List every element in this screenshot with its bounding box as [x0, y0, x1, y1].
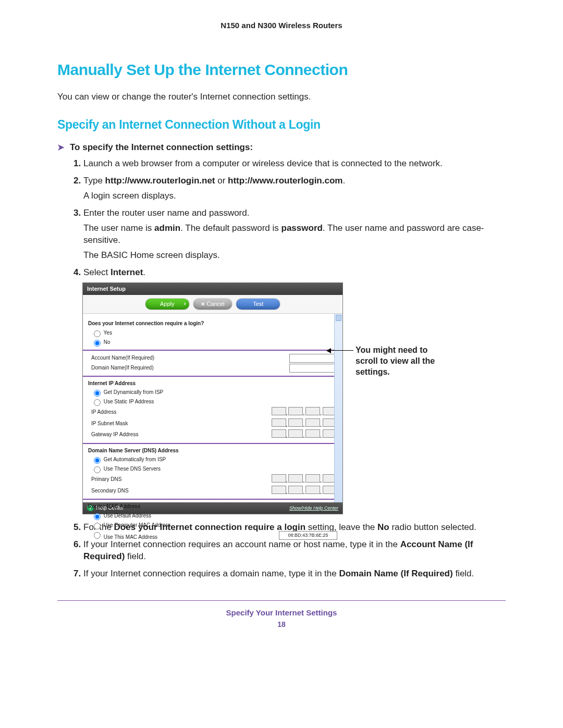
button-bar: Apply Cancel Test — [83, 295, 342, 314]
test-button[interactable]: Test — [236, 299, 280, 310]
ip-address-section: Internet IP Address — [88, 380, 337, 387]
radio-mac-this[interactable]: Use This MAC Address 08:BD:43:7B:6E:25 — [91, 530, 337, 541]
chapter-footer: Specify Your Internet Settings — [57, 608, 506, 617]
login-question: Does your Internet connection require a … — [88, 320, 337, 327]
panel-title: Internet Setup — [83, 283, 342, 295]
footer-separator — [57, 600, 506, 601]
mac-section: Router MAC Address — [88, 503, 337, 510]
apply-button[interactable]: Apply — [145, 299, 189, 310]
procedure-heading: ➤To specify the Internet connection sett… — [57, 142, 506, 153]
step-1: Launch a web browser from a computer or … — [83, 158, 506, 170]
callout-arrow-icon — [327, 350, 353, 351]
step-3-text: Enter the router user name and password. — [83, 208, 249, 218]
radio-ip-static[interactable]: Use Static IP Address — [91, 398, 337, 406]
step-2-text: Type http://www.routerlogin.net or http:… — [83, 176, 345, 186]
step-6: If your Internet connection requires an … — [83, 539, 506, 563]
step-3-note-2: The BASIC Home screen displays. — [83, 250, 506, 262]
radio-dns-manual[interactable]: Use These DNS Servers — [91, 465, 337, 473]
subsection-title: Specify an Internet Connection Without a… — [57, 118, 506, 132]
doc-header: N150 and N300 Wireless Routers — [57, 21, 506, 30]
domain-name-field[interactable]: Domain Name(If Required) — [91, 364, 337, 373]
scroll-callout: You might need to scroll to view all the… — [356, 345, 444, 377]
intro-paragraph: You can view or change the router's Inte… — [57, 91, 506, 103]
primary-dns-field[interactable]: Primary DNS ... — [91, 474, 337, 485]
step-1-text: Launch a web browser from a computer or … — [83, 158, 443, 168]
ip-subnet-field[interactable]: IP Subnet Mask ... — [91, 418, 337, 429]
account-name-field[interactable]: Account Name(If Required) — [91, 354, 337, 363]
radio-dns-auto[interactable]: Get Automatically from ISP — [91, 455, 337, 464]
step-7-text: If your Internet connection requires a d… — [83, 569, 474, 578]
ip-address-field[interactable]: IP Address ... — [91, 407, 337, 417]
radio-mac-computer[interactable]: Use Computer MAC Address — [91, 521, 337, 529]
step-7: If your Internet connection requires a d… — [83, 568, 506, 580]
radio-mac-default[interactable]: Use Default Address — [91, 512, 337, 520]
procedure-steps: Launch a web browser from a computer or … — [69, 158, 506, 580]
dns-section: Domain Name Server (DNS) Address — [88, 447, 337, 454]
cancel-button[interactable]: Cancel — [193, 299, 231, 310]
procedure-title: To specify the Internet connection setti… — [70, 142, 253, 152]
radio-no[interactable]: No — [91, 338, 337, 347]
step-2-note: A login screen displays. — [83, 190, 506, 202]
screenshot-internet-setup: Internet Setup Apply Cancel Test Does yo… — [82, 282, 343, 514]
step-4: Select Internet. Internet Setup Apply Ca… — [83, 267, 506, 514]
section-title: Manually Set Up the Internet Connection — [57, 61, 506, 79]
step-2: Type http://www.routerlogin.net or http:… — [83, 175, 506, 202]
radio-yes[interactable]: Yes — [91, 329, 337, 337]
arrow-icon: ➤ — [57, 142, 70, 152]
page-number: 18 — [57, 620, 506, 628]
ip-gateway-field[interactable]: Gateway IP Address ... — [91, 429, 337, 440]
step-4-text: Select Internet. — [83, 267, 145, 277]
secondary-dns-field[interactable]: Secondary DNS ... — [91, 486, 337, 496]
step-3: Enter the router user name and password.… — [83, 207, 506, 262]
step-6-text: If your Internet connection requires an … — [83, 539, 473, 561]
scrollbar[interactable] — [334, 314, 342, 502]
step-3-note-1: The user name is admin. The default pass… — [83, 223, 506, 246]
radio-ip-dynamic[interactable]: Get Dynamically from ISP — [91, 388, 337, 397]
